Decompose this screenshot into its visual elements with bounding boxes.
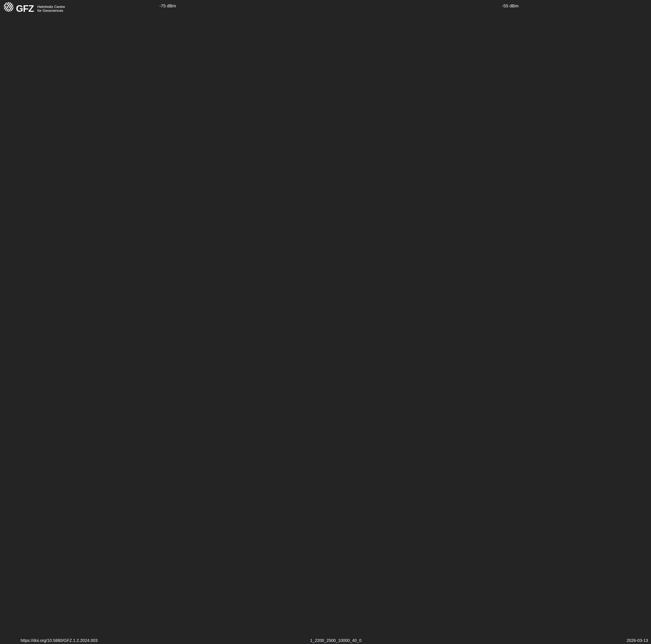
colorbar-max-label: -55 dBm [502,3,519,8]
logo-name-line1: Helmholtz Centre [37,5,65,9]
colorbar-gradient [179,5,494,8]
gfz-logo-icon [4,2,13,12]
footer-dataset-id: 1_2200_2500_10000_40_0 [21,638,651,643]
colorbar-min-label: -75 dBm [145,3,176,8]
spectrogram-canvas [21,25,651,637]
footer-date: 2026-03-13 [627,638,648,643]
logo-institution-name: Helmholtz Centre for Geosciences [37,5,65,12]
gfz-logo [4,2,13,12]
logo-name-line2: for Geosciences [37,9,65,12]
footer-bar: https://doi.org/10.5880/GFZ.1.2.2024.003… [0,637,651,644]
logo-acronym: GFZ [16,3,34,14]
spectrogram-page: GFZ Helmholtz Centre for Geosciences -75… [0,0,651,644]
